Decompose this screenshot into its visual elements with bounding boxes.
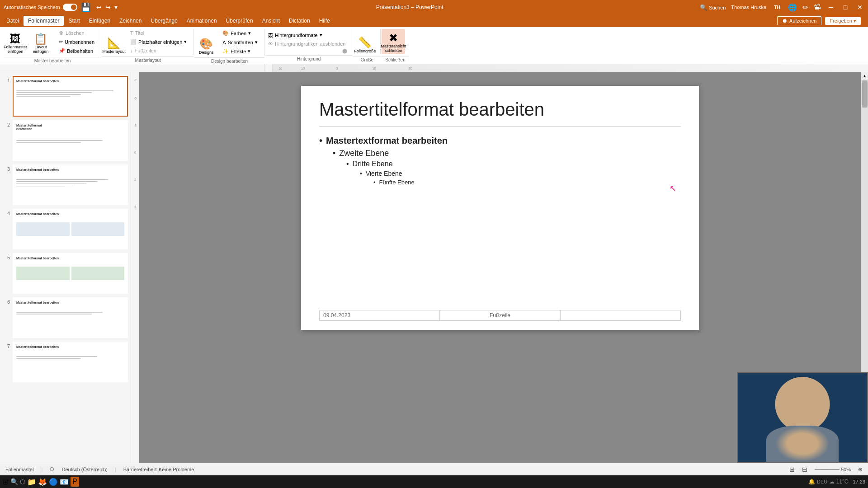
menu-ansicht[interactable]: Ansicht xyxy=(258,16,284,26)
slide-sorter-icon[interactable]: ⊟ xyxy=(802,466,807,473)
bullet-4: • Vierte Ebene xyxy=(360,170,681,177)
notification-icon[interactable]: 🔔 xyxy=(808,479,815,485)
slide-panel[interactable]: 1 Mastertitelformat bearbeiten 2 Mastert… xyxy=(0,72,131,476)
slide-num-5: 5 xyxy=(3,255,10,260)
scroll-thumb[interactable] xyxy=(862,80,868,108)
masterlayout-icon: 📐 xyxy=(107,38,121,48)
slide-thumb-6[interactable]: 6 Mastertitelformat bearbeiten xyxy=(3,297,128,338)
effekte-button[interactable]: ✨ Effekte ▾ xyxy=(220,47,260,56)
foliengroesse-button[interactable]: 📏 Foliengröße xyxy=(353,29,377,54)
view-mode[interactable]: Folienmaster xyxy=(5,467,34,472)
menu-dictation[interactable]: Dictation xyxy=(284,16,315,26)
undo-icon[interactable]: ↩ xyxy=(96,4,102,11)
slide-thumb-img-6[interactable]: Mastertitelformat bearbeiten xyxy=(13,297,128,338)
explorer-icon[interactable]: 📁 xyxy=(27,478,36,486)
slide-thumb-img-2[interactable]: Mastertitelformatbearbeiten xyxy=(13,120,128,161)
search-box[interactable]: 🔍 Suchen xyxy=(700,4,726,11)
slide-thumb-5[interactable]: 5 Mastertitelformat bearbeiten xyxy=(3,253,128,294)
taskbar[interactable]: ⊞ 🔍 ⬡ 📁 🦊 🔵 📧 P 🔔 DEU ☁ 11°C 17:23 xyxy=(0,475,868,488)
scroll-up-arrow[interactable]: ▲ xyxy=(861,72,868,80)
maximize-button[interactable]: □ xyxy=(841,3,850,12)
slide-thumb-3[interactable]: 3 Mastertitelformat bearbeiten xyxy=(3,164,128,205)
titel-button[interactable]: T Titel xyxy=(127,29,189,37)
footer-right[interactable] xyxy=(560,310,681,321)
start-button[interactable]: ⊞ xyxy=(3,478,9,486)
footer-middle[interactable]: Fußzeile xyxy=(440,310,561,321)
menu-zeichnen[interactable]: Zeichnen xyxy=(115,16,146,26)
hintergrundformate-button[interactable]: 🖼 Hintergrundformate ▾ xyxy=(265,31,349,39)
horizontal-ruler: -16 -10 0 10 20 xyxy=(0,64,868,72)
autosave-toggle[interactable] xyxy=(63,4,77,11)
beibehalten-button[interactable]: 📌 Beibehalten xyxy=(56,47,97,55)
menu-animationen[interactable]: Animationen xyxy=(182,16,222,26)
powerpoint-taskbar[interactable]: P xyxy=(71,477,79,487)
separator1: | xyxy=(42,467,43,472)
language[interactable]: Deutsch (Österreich) xyxy=(61,467,107,472)
accessibility[interactable]: Barrierefreiheit: Keine Probleme xyxy=(123,467,194,472)
chrome-icon[interactable]: 🔵 xyxy=(49,478,58,486)
schriftarten-button[interactable]: A Schriftarten ▾ xyxy=(220,38,260,47)
folienmaster-einfuegen-button[interactable]: 🖼 Folienmaster einfügen xyxy=(4,30,27,55)
save-icon[interactable]: 💾 xyxy=(81,2,91,12)
present-icon[interactable]: 📽 xyxy=(814,3,821,11)
menu-hilfe[interactable]: Hilfe xyxy=(315,16,335,26)
taskview[interactable]: ⬡ xyxy=(20,478,25,485)
aufzeichnen-button[interactable]: ⏺ Aufzeichnen xyxy=(777,16,822,25)
masterlayout-button[interactable]: 📐 Masterlayout xyxy=(102,29,126,55)
platzhalter-einfuegen-button[interactable]: ⬜ Platzhalter einfügen ▾ xyxy=(127,38,189,46)
pen-icon[interactable]: ✏ xyxy=(802,3,808,12)
slide-title[interactable]: Mastertitelformat bearbeiten xyxy=(319,99,681,127)
svg-text:0: 0 xyxy=(336,66,338,70)
platzhalter-dropdown[interactable]: ▾ xyxy=(184,39,187,45)
slide-thumb-img-7[interactable]: Mastertitelformat bearbeiten xyxy=(13,342,128,382)
minimize-button[interactable]: ─ xyxy=(826,3,835,12)
redo-icon[interactable]: ↪ xyxy=(105,4,111,11)
slide-num-7: 7 xyxy=(3,343,10,349)
loeschen-button[interactable]: 🗑 Löschen xyxy=(56,29,97,37)
designs-button[interactable]: 🎨 Designs xyxy=(194,30,218,56)
farben-button[interactable]: 🎨 Farben ▾ xyxy=(220,29,260,38)
close-button[interactable]: ✕ xyxy=(855,3,864,12)
umbenennen-button[interactable]: ✏ Umbenennen xyxy=(56,38,97,46)
svg-text:-3: -3 xyxy=(134,124,137,127)
masterlayout-label: Masterlayout xyxy=(102,56,193,63)
slide-content[interactable]: • Mastertextformat bearbeiten • Zweite E… xyxy=(319,136,681,186)
slide-thumb-img-3[interactable]: Mastertitelformat bearbeiten xyxy=(13,164,128,205)
slide-thumb-img-5[interactable]: Mastertitelformat bearbeiten xyxy=(13,253,128,294)
fusszeilen-button[interactable]: ↓ Fußzeilen xyxy=(127,47,189,55)
footer-date[interactable]: 09.04.2023 xyxy=(319,310,440,321)
slide-thumb-2[interactable]: 2 Mastertitelformatbearbeiten xyxy=(3,120,128,161)
hintergrundgrafiken-button[interactable]: 👁 Hintergrundgrafiken ausblenden xyxy=(265,40,349,48)
autosave-area: Automatisches Speichern xyxy=(4,4,77,11)
slide-thumb-img-1[interactable]: Mastertitelformat bearbeiten xyxy=(13,76,128,117)
farben-dropdown[interactable]: ▾ xyxy=(248,30,251,36)
menu-einfuegen[interactable]: Einfügen xyxy=(85,16,115,26)
zoom-slider[interactable]: ─────── 50% xyxy=(815,467,851,472)
customize-icon[interactable]: ▾ xyxy=(114,4,118,11)
layout-icon-status: ⬡ xyxy=(50,466,54,472)
firefox-icon[interactable]: 🦊 xyxy=(38,478,47,486)
layout-einfuegen-button[interactable]: 📋 Layout einfügen xyxy=(29,30,52,55)
slide-thumb-1[interactable]: 1 Mastertitelformat bearbeiten xyxy=(3,76,128,117)
effekte-dropdown[interactable]: ▾ xyxy=(248,48,250,54)
slide-thumb-img-4[interactable]: Mastertitelformat bearbeiten xyxy=(13,209,128,249)
menu-start[interactable]: Start xyxy=(64,16,84,26)
language-indicator: DEU xyxy=(817,479,827,484)
clock: 17:23 xyxy=(853,479,865,484)
slide-thumb-7[interactable]: 7 Mastertitelformat bearbeiten xyxy=(3,342,128,382)
menu-folienmaster[interactable]: Folienmaster xyxy=(24,16,64,26)
mail-icon[interactable]: 📧 xyxy=(60,478,69,486)
edge-icon[interactable]: 🌐 xyxy=(788,3,797,12)
menu-ueberpruefen[interactable]: Überprüfen xyxy=(222,16,258,26)
masteransicht-schliessen-button[interactable]: ✖ Masteransicht schließen xyxy=(382,29,405,54)
schriftarten-dropdown[interactable]: ▾ xyxy=(255,39,258,45)
slide-canvas: Mastertitelformat bearbeiten • Mastertex… xyxy=(301,86,699,330)
fit-icon[interactable]: ⊕ xyxy=(858,466,863,473)
menu-datei[interactable]: Datei xyxy=(2,16,24,26)
menu-uebergaenge[interactable]: Übergänge xyxy=(146,16,182,26)
search-taskbar[interactable]: 🔍 xyxy=(10,478,18,485)
slide-thumb-4[interactable]: 4 Mastertitelformat bearbeiten xyxy=(3,209,128,249)
freigeben-button[interactable]: Freigeben ▾ xyxy=(825,17,861,25)
normal-view-icon[interactable]: ⊞ xyxy=(789,466,795,473)
hintergrund-expand[interactable]: ⬤ xyxy=(265,48,349,53)
